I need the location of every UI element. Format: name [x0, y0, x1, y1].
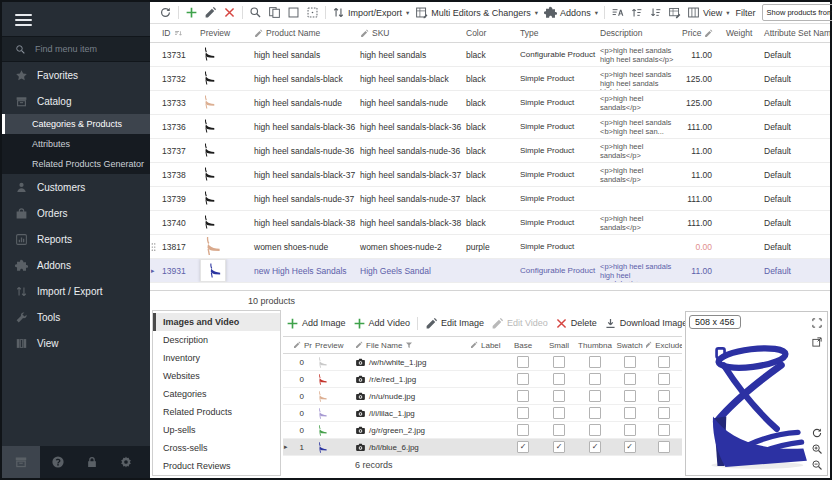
add-video-button[interactable]: Add Video: [353, 317, 410, 330]
footer-help-icon-button[interactable]: [42, 446, 74, 478]
expand-up-icon[interactable]: [630, 6, 643, 19]
image-size-input[interactable]: 508 x 456: [689, 315, 741, 329]
base-checkbox[interactable]: [517, 373, 529, 385]
column-header-exclude[interactable]: Exclude: [646, 341, 682, 350]
swatch-checkbox[interactable]: [624, 373, 636, 385]
column-header-base[interactable]: Base: [505, 341, 541, 350]
image-row[interactable]: ▸1/b/l/blue_6.jpg✓✓✓✓: [283, 439, 682, 456]
tab-product-reviews[interactable]: Product Reviews: [153, 457, 280, 475]
product-row[interactable]: ▸13931new High Heels SandalsHigh Geels S…: [150, 259, 830, 283]
sidebar-item-tools[interactable]: Tools: [2, 304, 150, 330]
uncheck-icon[interactable]: [287, 6, 300, 19]
sidebar-item-addons[interactable]: Addons: [2, 252, 150, 278]
base-checkbox[interactable]: [517, 424, 529, 436]
thumbnail-checkbox[interactable]: [589, 373, 601, 385]
external-link-icon[interactable]: [811, 336, 823, 348]
edit-icon[interactable]: [204, 6, 217, 19]
thumbnail-checkbox[interactable]: ✓: [589, 441, 601, 453]
delete-icon[interactable]: [223, 6, 236, 19]
swatch-checkbox[interactable]: [624, 356, 636, 368]
zoom-out-icon[interactable]: [811, 459, 823, 471]
edit-image-button[interactable]: Edit Image: [425, 317, 484, 330]
base-checkbox[interactable]: [517, 356, 529, 368]
tab-inventory[interactable]: Inventory: [153, 349, 280, 367]
add-icon[interactable]: [185, 6, 198, 19]
column-header-sku[interactable]: SKU: [356, 28, 462, 38]
column-header-file-name[interactable]: File Name: [352, 341, 467, 350]
tab-related-products[interactable]: Related Products: [153, 403, 280, 421]
column-header-small[interactable]: Small: [541, 341, 577, 350]
sidebar-item-orders[interactable]: Orders: [2, 200, 150, 226]
menu-toggle-button[interactable]: [2, 2, 150, 36]
column-header-type[interactable]: Type: [516, 28, 596, 38]
product-row[interactable]: 13736high heel sandals-black-36high heel…: [150, 115, 830, 139]
small-checkbox[interactable]: [553, 407, 565, 419]
tab-websites[interactable]: Websites: [153, 367, 280, 385]
filter-text-icon[interactable]: [611, 6, 624, 19]
image-row[interactable]: 0/l/i/lilac_1.jpg: [283, 405, 682, 422]
rotate-icon[interactable]: [811, 427, 823, 439]
column-header-pr[interactable]: Pr: [290, 341, 312, 350]
drag-handle-icon[interactable]: [151, 242, 156, 252]
tab-categories[interactable]: Categories: [153, 385, 280, 403]
tab-cross-sells[interactable]: Cross-sells: [153, 439, 280, 457]
product-row[interactable]: 13738high heel sandals-black-37high heel…: [150, 163, 830, 187]
column-header-color[interactable]: Color: [462, 28, 516, 38]
column-header-price[interactable]: Price: [678, 28, 722, 38]
product-row[interactable]: 13731high heel sandalshigh heel sandalsb…: [150, 43, 830, 67]
column-header-description[interactable]: Description: [596, 28, 678, 38]
sidebar-item-view[interactable]: View: [2, 330, 150, 356]
toolbar-menu-import-export[interactable]: Import/Export▾: [332, 6, 409, 19]
footer-lock-icon-button[interactable]: [76, 446, 108, 478]
menu-search[interactable]: [2, 36, 150, 62]
column-header-id[interactable]: ID: [158, 28, 196, 38]
category-filter-select[interactable]: Show products from selected categories▾: [762, 4, 832, 21]
small-checkbox[interactable]: [553, 424, 565, 436]
swatch-checkbox[interactable]: [624, 424, 636, 436]
fullscreen-icon[interactable]: [811, 317, 823, 329]
thumbnail-checkbox[interactable]: [589, 424, 601, 436]
thumbnail-checkbox[interactable]: [589, 356, 601, 368]
tab-images-and-video[interactable]: Images and Video: [153, 313, 280, 331]
product-row[interactable]: 13740high heel sandals-black-38high heel…: [150, 211, 830, 235]
footer-store-icon-button[interactable]: [2, 446, 40, 478]
toolbar-menu-addons[interactable]: Addons▾: [544, 6, 598, 19]
small-checkbox[interactable]: [553, 390, 565, 402]
grid-edit-icon[interactable]: [668, 6, 681, 19]
refresh-icon[interactable]: [159, 6, 172, 19]
column-header-label[interactable]: Label: [467, 341, 505, 350]
sidebar-item-catalog[interactable]: Catalog: [2, 88, 150, 114]
column-header-swatch[interactable]: Swatch: [613, 341, 646, 350]
product-row[interactable]: 13737high heel sandals-nude-36high heel …: [150, 139, 830, 163]
sidebar-item-import-export[interactable]: Import / Export: [2, 278, 150, 304]
thumbnail-checkbox[interactable]: [589, 407, 601, 419]
sidebar-subitem-categories-products[interactable]: Categories & Products: [2, 114, 150, 134]
product-row[interactable]: 13732high heel sandals-blackhigh heel sa…: [150, 67, 830, 91]
exclude-checkbox[interactable]: [658, 424, 670, 436]
delete-button[interactable]: Delete: [555, 317, 597, 330]
base-checkbox[interactable]: [517, 390, 529, 402]
product-row[interactable]: 13733high heel sandals-nudehigh heel san…: [150, 91, 830, 115]
download-image-button[interactable]: Download Image: [604, 317, 688, 330]
image-row[interactable]: 0/r/e/red_1.jpg: [283, 371, 682, 388]
menu-search-input[interactable]: [33, 43, 137, 55]
toolbar-menu-view[interactable]: View▾: [687, 6, 730, 19]
duplicate-icon[interactable]: [268, 6, 281, 19]
base-checkbox[interactable]: ✓: [517, 441, 529, 453]
exclude-checkbox[interactable]: [658, 441, 670, 453]
column-header-thumbna[interactable]: Thumbna: [577, 341, 613, 350]
expand-down-icon[interactable]: [649, 6, 662, 19]
tab-up-sells[interactable]: Up-sells: [153, 421, 280, 439]
tab-description[interactable]: Description: [153, 331, 280, 349]
sidebar-subitem-related-products-generator[interactable]: Related Products Generator: [2, 154, 150, 174]
column-header-product-name[interactable]: Product Name: [250, 28, 356, 38]
base-checkbox[interactable]: [517, 407, 529, 419]
zoom-in-icon[interactable]: [811, 443, 823, 455]
swatch-checkbox[interactable]: ✓: [624, 441, 636, 453]
exclude-checkbox[interactable]: [658, 407, 670, 419]
toolbar-menu-multi-editors-changers[interactable]: Multi Editors & Changers▾: [415, 6, 538, 19]
column-header-attribute-set-name[interactable]: Attribute Set Name: [760, 28, 830, 38]
edit-video-button[interactable]: Edit Video: [491, 317, 548, 330]
swatch-checkbox[interactable]: [624, 407, 636, 419]
sidebar-item-reports[interactable]: Reports: [2, 226, 150, 252]
